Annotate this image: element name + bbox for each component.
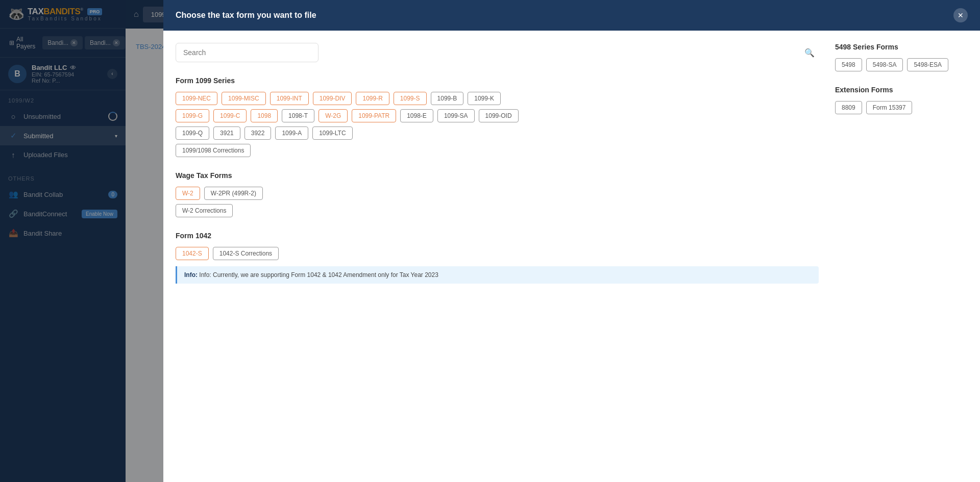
tag-1099-g[interactable]: 1099-G <box>176 109 209 122</box>
tag-3922[interactable]: 3922 <box>244 126 272 140</box>
wage-tax-title: Wage Tax Forms <box>176 171 819 180</box>
extension-forms-tags: 8809 Form 15397 <box>835 101 968 114</box>
tag-1099-s[interactable]: 1099-S <box>394 92 427 105</box>
tag-1098-e[interactable]: 1098-E <box>400 109 433 122</box>
tag-form-15397[interactable]: Form 15397 <box>866 101 913 114</box>
tag-1042-s[interactable]: 1042-S <box>176 247 209 260</box>
tag-w2g[interactable]: W-2G <box>318 109 348 122</box>
form-1099-corrections-area: 1099/1098 Corrections <box>176 144 819 157</box>
form-1099-section: Form 1099 Series 1099-NEC 1099-MISC 1099… <box>176 77 819 157</box>
form-1042-tags: 1042-S 1042-S Corrections <box>176 247 819 260</box>
tag-1099-ltc[interactable]: 1099-LTC <box>312 126 352 140</box>
tag-1099-patr[interactable]: 1099-PATR <box>352 109 396 122</box>
tag-w2[interactable]: W-2 <box>176 187 200 200</box>
form-1042-section: Form 1042 1042-S 1042-S Corrections Info… <box>176 232 819 284</box>
tag-5498[interactable]: 5498 <box>835 58 862 71</box>
form-1099-tags-row2: 1099-G 1099-C 1098 1098-T W-2G 1099-PATR… <box>176 109 819 122</box>
tag-1099-div[interactable]: 1099-DIV <box>313 92 352 105</box>
tag-1099-oid[interactable]: 1099-OID <box>479 109 519 122</box>
search-input[interactable] <box>176 43 318 62</box>
form-1042-info-text: Info: Currently, we are supporting Form … <box>199 271 438 278</box>
tag-1099-c[interactable]: 1099-C <box>213 109 247 122</box>
tag-1098[interactable]: 1098 <box>251 109 278 122</box>
tag-1099-misc[interactable]: 1099-MISC <box>222 92 266 105</box>
tag-1099-nec[interactable]: 1099-NEC <box>176 92 217 105</box>
search-area: 🔍 <box>176 43 819 62</box>
tag-1099-int[interactable]: 1099-INT <box>270 92 309 105</box>
form-1099-title: Form 1099 Series <box>176 77 819 85</box>
form-1042-info: Info: Info: Currently, we are supporting… <box>176 266 819 284</box>
modal-body: 🔍 Form 1099 Series 1099-NEC 1099-MISC 10… <box>163 31 980 482</box>
tag-8809[interactable]: 8809 <box>835 101 862 114</box>
modal-right-column: 5498 Series Forms 5498 5498-SA 5498-ESA … <box>835 43 968 470</box>
tag-1099-k[interactable]: 1099-K <box>468 92 501 105</box>
form-5498-title: 5498 Series Forms <box>835 43 968 51</box>
modal-title: Choose the tax form you want to file <box>176 11 316 20</box>
w2-corrections-area: W-2 Corrections <box>176 204 819 217</box>
tag-3921[interactable]: 3921 <box>213 126 240 140</box>
form-1099-tags-row3: 1099-Q 3921 3922 1099-A 1099-LTC <box>176 126 819 140</box>
tag-5498-esa[interactable]: 5498-ESA <box>907 58 948 71</box>
form-1042-title: Form 1042 <box>176 232 819 240</box>
close-icon: ✕ <box>958 11 964 19</box>
modal-close-button[interactable]: ✕ <box>953 8 968 22</box>
modal-choose-form: Choose the tax form you want to file ✕ 🔍… <box>163 0 980 482</box>
modal-left-column: 🔍 Form 1099 Series 1099-NEC 1099-MISC 10… <box>176 43 819 470</box>
tag-1042-s-corrections[interactable]: 1042-S Corrections <box>213 247 279 260</box>
search-button[interactable]: 🔍 <box>804 48 815 58</box>
tag-1099-r[interactable]: 1099-R <box>356 92 389 105</box>
form-5498-section: 5498 Series Forms 5498 5498-SA 5498-ESA <box>835 43 968 71</box>
tag-1099-b[interactable]: 1099-B <box>431 92 464 105</box>
extension-forms-section: Extension Forms 8809 Form 15397 <box>835 86 968 114</box>
tag-1099-q[interactable]: 1099-Q <box>176 126 209 140</box>
wage-tax-section: Wage Tax Forms W-2 W-2PR (499R-2) W-2 Co… <box>176 171 819 217</box>
form-5498-tags: 5498 5498-SA 5498-ESA <box>835 58 968 71</box>
extension-forms-title: Extension Forms <box>835 86 968 94</box>
tag-1099-a[interactable]: 1099-A <box>275 126 308 140</box>
tag-w2-corrections[interactable]: W-2 Corrections <box>176 204 233 217</box>
form-1099-tags-row1: 1099-NEC 1099-MISC 1099-INT 1099-DIV 109… <box>176 92 819 105</box>
tag-w2pr[interactable]: W-2PR (499R-2) <box>204 187 263 200</box>
tag-5498-sa[interactable]: 5498-SA <box>866 58 903 71</box>
tag-1099-corrections[interactable]: 1099/1098 Corrections <box>176 144 251 157</box>
tag-1098-t[interactable]: 1098-T <box>282 109 314 122</box>
modal-header: Choose the tax form you want to file ✕ <box>163 0 980 31</box>
tag-1099-sa[interactable]: 1099-SA <box>437 109 475 122</box>
wage-tax-tags: W-2 W-2PR (499R-2) <box>176 187 819 200</box>
